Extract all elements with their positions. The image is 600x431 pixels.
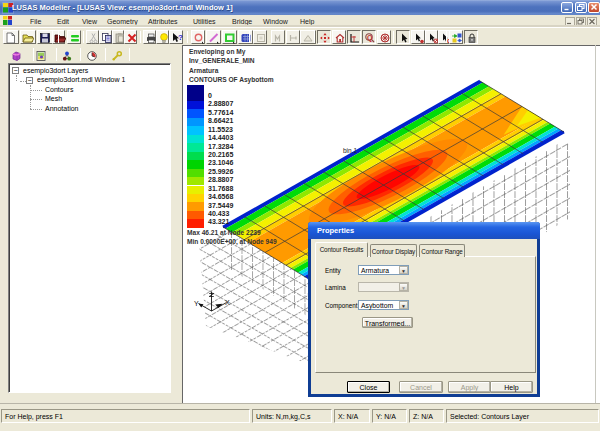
svg-text:X: X — [225, 299, 230, 306]
svg-text:bin.1: bin.1 — [343, 147, 357, 154]
svg-text:Q: Q — [367, 34, 373, 42]
svg-text:?: ? — [178, 33, 183, 42]
svg-text:Y: Y — [194, 300, 199, 307]
